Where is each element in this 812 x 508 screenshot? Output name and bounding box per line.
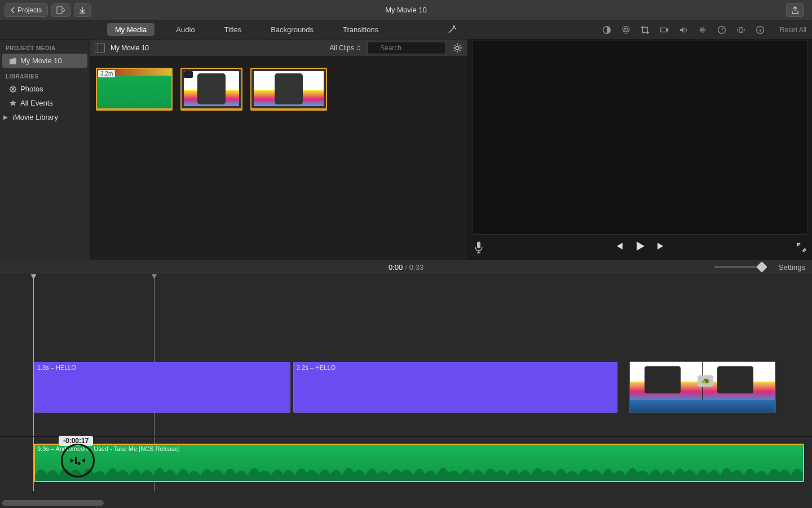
title-clip-1-label: 1.8s – HELLO [34, 362, 290, 373]
title-clip-2[interactable]: 2.2s – HELLO [293, 362, 617, 413]
voiceover-mic-icon[interactable] [474, 241, 484, 253]
timeline-settings-button[interactable]: Settings [779, 263, 805, 271]
timeline[interactable]: 1.8s – HELLO 2.2s – HELLO 🐢 9.9s – Andro… [0, 274, 812, 508]
fullscreen-icon[interactable] [796, 242, 806, 252]
clip-thumb-1[interactable]: 3.2m [96, 68, 173, 111]
video-clip[interactable]: 🐢 [629, 361, 776, 413]
title-clip-1[interactable]: 1.8s – HELLO [34, 362, 290, 413]
clapperboard-icon [9, 57, 17, 65]
svg-rect-23 [75, 457, 77, 464]
browser-title: My Movie 10 [111, 44, 149, 52]
svg-point-18 [10, 90, 12, 91]
project-media-heading: PROJECT MEDIA [0, 40, 90, 54]
libraries-heading: LIBRARIES [0, 68, 90, 82]
projects-back-label: Projects [17, 6, 42, 14]
import-button[interactable] [74, 3, 91, 17]
media-browser: My Movie 10 All Clips 3.2m [90, 40, 468, 260]
tab-transitions[interactable]: Transitions [335, 23, 386, 36]
browser-settings-gear[interactable] [452, 42, 463, 54]
svg-rect-22 [477, 242, 480, 248]
ipad-thumb-body [254, 71, 324, 106]
clip-duration-badge: 3.2m [98, 70, 115, 77]
video-frame [703, 362, 775, 401]
viewer-controls [468, 235, 812, 260]
clip-thumbnails: 3.2m [90, 56, 467, 122]
audio-clip[interactable]: 9.9s – Andromedik · Used - Take Me [NCS … [34, 444, 804, 482]
color-balance-icon[interactable] [602, 25, 612, 35]
time-display-bar: 0:00 / 0:33 Settings [0, 260, 812, 274]
info-icon[interactable] [755, 25, 765, 35]
svg-point-14 [10, 88, 11, 90]
skip-back-button[interactable] [615, 242, 624, 253]
sidebar-imovie-library-label: iMovie Library [12, 113, 58, 121]
filter-icon[interactable] [736, 25, 746, 35]
play-button[interactable] [634, 240, 646, 255]
audio-waveform [35, 458, 803, 481]
tab-titles[interactable]: Titles [217, 23, 250, 36]
trim-cursor[interactable] [61, 444, 95, 478]
star-icon [9, 99, 17, 107]
sidebar-item-project[interactable]: My Movie 10 [2, 54, 87, 68]
sidebar: PROJECT MEDIA My Movie 10 LIBRARIES Phot… [0, 40, 90, 260]
projects-back-button[interactable]: Projects [5, 3, 48, 17]
updown-arrows-icon [356, 45, 361, 51]
clip-thumb-2[interactable] [180, 68, 242, 111]
svg-rect-5 [660, 28, 666, 32]
tab-my-media[interactable]: My Media [107, 23, 155, 36]
clip-thumb-3[interactable] [250, 68, 327, 111]
svg-point-21 [456, 46, 459, 50]
svg-point-16 [10, 86, 12, 88]
total-time: 0:33 [409, 263, 423, 271]
noise-reduction-icon[interactable] [698, 25, 708, 35]
title-clip-2-label: 2.2s – HELLO [294, 362, 617, 373]
track-divider [0, 436, 812, 437]
search-input[interactable] [367, 42, 446, 54]
browser-layout-toggle[interactable] [95, 43, 105, 53]
titlebar: Projects My Movie 10 [0, 0, 812, 20]
stabilization-icon[interactable] [659, 25, 669, 35]
svg-rect-0 [57, 7, 62, 14]
video-frame [630, 362, 703, 401]
share-button[interactable] [786, 3, 804, 17]
search-wrap [367, 42, 446, 54]
color-correction-icon[interactable] [621, 25, 631, 35]
event-import-button[interactable] [51, 3, 70, 17]
sidebar-photos-label: Photos [20, 85, 43, 93]
disclosure-triangle-icon[interactable]: ▶ [3, 114, 8, 120]
sidebar-item-photos[interactable]: Photos [0, 82, 90, 96]
reset-all-button[interactable]: Reset All [780, 26, 806, 34]
trim-handle-icon [69, 456, 86, 466]
skip-forward-button[interactable] [656, 242, 665, 253]
browser-toolbar: My Movie 10 All Clips [90, 40, 467, 56]
svg-point-4 [623, 28, 628, 33]
svg-point-17 [14, 86, 16, 88]
svg-point-15 [15, 88, 16, 90]
film-arrow-icon [56, 6, 65, 14]
sidebar-item-all-events[interactable]: All Events [0, 96, 90, 110]
video-clip-audio-wave [630, 400, 775, 413]
speed-icon[interactable] [717, 25, 727, 35]
sidebar-item-imovie-library[interactable]: ▶ iMovie Library [0, 110, 90, 124]
clips-filter-dropdown[interactable]: All Clips [329, 44, 361, 52]
svg-point-11 [12, 88, 14, 90]
sidebar-all-events-label: All Events [20, 99, 53, 107]
tab-backgrounds[interactable]: Backgrounds [263, 23, 321, 36]
timeline-zoom-slider[interactable] [714, 266, 765, 268]
viewer-canvas[interactable] [473, 41, 807, 235]
download-arrow-icon [79, 6, 86, 14]
svg-point-24 [78, 462, 81, 465]
volume-icon[interactable] [678, 25, 689, 35]
svg-rect-10 [10, 59, 16, 64]
viewer-panel [468, 40, 812, 260]
svg-point-12 [12, 85, 14, 87]
tab-audio[interactable]: Audio [168, 23, 202, 36]
timeline-scrollbar[interactable] [2, 500, 104, 506]
current-time: 0:00 [389, 263, 403, 271]
crop-icon[interactable] [640, 25, 650, 35]
enhance-wand-icon[interactable] [447, 24, 458, 35]
audio-clip-label: 9.9s – Andromedik · Used - Take Me [NCS … [36, 445, 181, 452]
upper-panels: PROJECT MEDIA My Movie 10 LIBRARIES Phot… [0, 40, 812, 260]
share-icon [791, 6, 799, 14]
camera-icon [184, 71, 193, 78]
photos-flower-icon [9, 85, 17, 93]
